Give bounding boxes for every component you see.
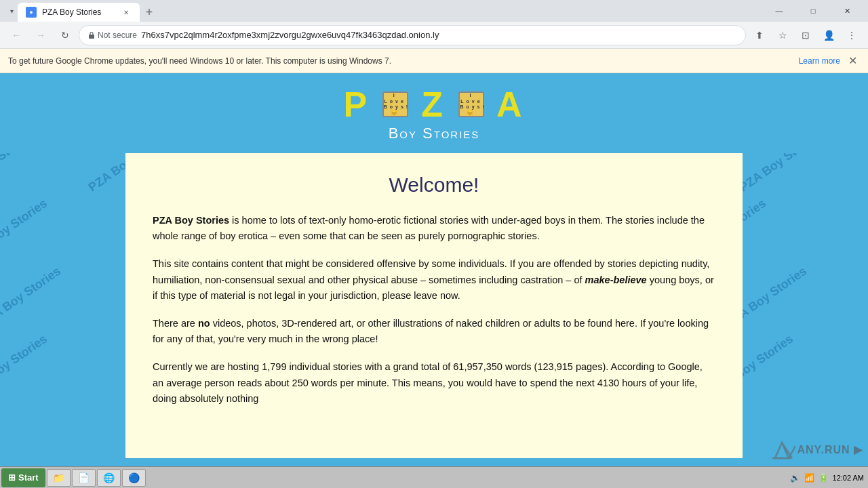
para4-text: Currently we are hosting 1,799 individua… bbox=[153, 361, 703, 403]
start-icon: ⊞ bbox=[8, 472, 16, 483]
minimize-button[interactable]: — bbox=[764, 0, 795, 22]
maximize-button[interactable]: □ bbox=[797, 0, 829, 22]
info-bar-close-button[interactable]: ✕ bbox=[846, 52, 860, 70]
logo-letter-p: P bbox=[344, 85, 370, 124]
window-controls: — □ ✕ bbox=[764, 0, 863, 22]
info-bar: To get future Google Chrome updates, you… bbox=[0, 49, 868, 73]
para2-bold-italic: make-believe bbox=[585, 274, 647, 285]
tab-strip: ● PZA Boy Stories ✕ + bbox=[18, 0, 764, 22]
logo-icon-2: I Love Boys! 😊 bbox=[458, 92, 484, 117]
taskbar-items: 📁 📄 🌐 🔵 bbox=[47, 469, 786, 487]
profile-icon[interactable]: 👤 bbox=[818, 24, 840, 46]
lock-icon bbox=[87, 31, 96, 39]
page-title: Welcome! bbox=[153, 174, 715, 197]
logo-letter-a: A bbox=[496, 85, 525, 124]
learn-more-link[interactable]: Learn more bbox=[799, 56, 840, 66]
watermark-16: PZA Boy Stories bbox=[0, 332, 50, 399]
taskbar-chrome-icon: 🌐 bbox=[103, 472, 115, 483]
watermark-12: PZA Boy Stories bbox=[0, 197, 50, 263]
tray-battery-icon[interactable]: 🔋 bbox=[818, 473, 829, 483]
active-tab[interactable]: ● PZA Boy Stories ✕ bbox=[18, 3, 140, 22]
taskbar: ⊞ Start 📁 📄 🌐 🔵 🔊 📶 🔋 12:02 AM bbox=[0, 466, 868, 488]
taskbar-ie-icon: 🔵 bbox=[128, 472, 140, 483]
svg-rect-0 bbox=[89, 35, 94, 39]
svg-marker-1 bbox=[775, 443, 795, 458]
taskbar-explorer-icon: 📁 bbox=[53, 472, 64, 483]
tray-time: 12:02 AM bbox=[833, 474, 864, 482]
tray-network-icon[interactable]: 📶 bbox=[804, 473, 814, 483]
anyrun-watermark: ANY.RUN ▶ bbox=[768, 439, 863, 460]
bold-brand-name: PZA Boy Stories bbox=[153, 215, 229, 226]
address-bar: ← → ↻ Not secure 7h6xs7vpc2qlmm4r2oxfpme… bbox=[0, 22, 868, 49]
title-bar: ▾ ● PZA Boy Stories ✕ + — □ ✕ bbox=[0, 0, 868, 22]
site-header: P I Love Boys! 😊 Z I Love Boys! 😊 A Boy … bbox=[0, 73, 868, 153]
paragraph-4: Currently we are hosting 1,799 individua… bbox=[153, 359, 715, 407]
para1-text: is home to lots of text-only homo-erotic… bbox=[153, 215, 705, 241]
url-display: 7h6xs7vpc2qlmm4r2oxfpme3xmj2zvorgu2gwxe6… bbox=[141, 30, 439, 40]
toolbar-right: ⬆ ☆ ⊡ 👤 ⋮ bbox=[749, 24, 863, 46]
bookmark-icon[interactable]: ☆ bbox=[772, 24, 793, 46]
site-logo: P I Love Boys! 😊 Z I Love Boys! 😊 A bbox=[0, 87, 868, 122]
taskbar-item-chrome[interactable]: 🌐 bbox=[97, 469, 121, 487]
paragraph-1: PZA Boy Stories is home to lots of text-… bbox=[153, 213, 715, 244]
forward-button[interactable]: → bbox=[30, 24, 52, 46]
logo-icon-1: I Love Boys! 😊 bbox=[382, 92, 408, 117]
start-label: Start bbox=[18, 472, 39, 483]
tab-favicon: ● bbox=[26, 7, 37, 18]
tab-label: PZA Boy Stories bbox=[42, 7, 101, 17]
anyrun-text: ANY.RUN ▶ bbox=[797, 443, 863, 456]
taskbar-docs-icon: 📄 bbox=[78, 472, 90, 483]
anyrun-logo-svg bbox=[768, 439, 795, 460]
anyrun-logo: ANY.RUN ▶ bbox=[768, 439, 863, 460]
tab-close-button[interactable]: ✕ bbox=[121, 7, 132, 18]
tab-search-icon[interactable]: ⊡ bbox=[795, 24, 816, 46]
watermark-14: PZA Boy Stories bbox=[0, 264, 64, 331]
paragraph-3: There are no videos, photos, 3D-rendered… bbox=[153, 316, 715, 347]
collapse-arrow[interactable]: ▾ bbox=[5, 1, 18, 20]
address-field[interactable]: Not secure 7h6xs7vpc2qlmm4r2oxfpme3xmj2z… bbox=[79, 25, 746, 45]
para3-bold: no bbox=[198, 318, 210, 329]
page-wrapper: PZA Boy Stories PZA Boy Stories PZA Boy … bbox=[0, 73, 868, 488]
share-icon[interactable]: ⬆ bbox=[749, 24, 770, 46]
para3-text2: videos, photos, 3D-rendered art, or othe… bbox=[153, 318, 709, 344]
para3-text1: There are bbox=[153, 318, 198, 329]
info-bar-message: To get future Google Chrome updates, you… bbox=[8, 56, 793, 66]
content-area: Welcome! PZA Boy Stories is home to lots… bbox=[125, 153, 743, 458]
taskbar-item-ie[interactable]: 🔵 bbox=[122, 469, 146, 487]
reload-button[interactable]: ↻ bbox=[54, 24, 76, 46]
logo-letter-z: Z bbox=[421, 85, 446, 124]
paragraph-2: This site contains content that might be… bbox=[153, 256, 715, 304]
back-button[interactable]: ← bbox=[5, 24, 27, 46]
tray-volume-icon[interactable]: 🔊 bbox=[790, 473, 800, 483]
system-tray: 🔊 📶 🔋 12:02 AM bbox=[787, 473, 867, 483]
not-secure-indicator: Not secure bbox=[87, 30, 137, 40]
taskbar-item-explorer[interactable]: 📁 bbox=[47, 469, 71, 487]
close-button[interactable]: ✕ bbox=[831, 0, 863, 22]
taskbar-item-docs[interactable]: 📄 bbox=[72, 469, 96, 487]
menu-icon[interactable]: ⋮ bbox=[841, 24, 863, 46]
site-subtitle: Boy Stories bbox=[0, 125, 868, 142]
new-tab-button[interactable]: + bbox=[140, 3, 159, 22]
start-button[interactable]: ⊞ Start bbox=[1, 468, 45, 487]
